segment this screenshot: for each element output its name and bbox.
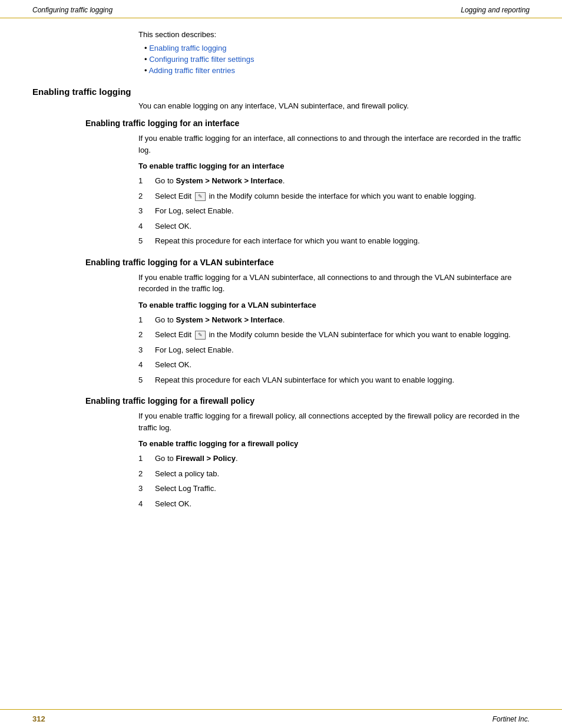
h2-title-vlan: Enabling traffic logging for a VLAN subi…: [85, 258, 530, 267]
step-num: 4: [138, 220, 155, 232]
step-body: Select OK.: [155, 498, 530, 510]
h2-body-interface: If you enable traffic logging for an int…: [138, 133, 530, 156]
step-3-firewall: 3 Select Log Traffic.: [138, 483, 530, 495]
procedure-title-vlan: To enable traffic logging for a VLAN sub…: [138, 301, 530, 309]
step-num: 3: [138, 205, 155, 217]
step-num: 4: [138, 359, 155, 371]
step-3-vlan: 3 For Log, select Enable.: [138, 344, 530, 356]
intro-description: This section describes:: [138, 30, 530, 39]
h1-title: Enabling traffic logging: [32, 87, 530, 97]
step-body: For Log, select Enable.: [155, 344, 530, 356]
step-num: 1: [138, 453, 155, 465]
step-body: Go to System > Network > Interface.: [155, 314, 530, 326]
step-5-vlan: 5 Repeat this procedure for each VLAN su…: [138, 374, 530, 386]
step-body: Repeat this procedure for each interface…: [155, 235, 530, 247]
link-configuring-traffic-filter[interactable]: Configuring traffic filter settings: [149, 55, 254, 64]
step-num: 5: [138, 374, 155, 386]
h2-body-firewall: If you enable traffic logging for a fire…: [138, 410, 530, 433]
step-body: Select Log Traffic.: [155, 483, 530, 495]
page: Configuring traffic logging Logging and …: [0, 0, 562, 728]
step-1-firewall: 1 Go to Firewall > Policy.: [138, 453, 530, 465]
step-num: 4: [138, 498, 155, 510]
steps-vlan: 1 Go to System > Network > Interface. 2 …: [138, 314, 530, 386]
step-body: Select OK.: [155, 359, 530, 371]
link-adding-traffic-filter[interactable]: Adding traffic filter entries: [148, 66, 234, 75]
edit-icon: ✎: [195, 331, 206, 340]
step-num: 1: [138, 175, 155, 187]
step-num: 5: [138, 235, 155, 247]
page-content: This section describes: Enabling traffic…: [0, 18, 562, 555]
step-2-interface: 2 Select Edit ✎ in the Modify column bes…: [138, 190, 530, 202]
header-right: Logging and reporting: [461, 6, 530, 14]
subsection-vlan: Enabling traffic logging for a VLAN subi…: [85, 258, 530, 386]
procedure-title-interface: To enable traffic logging for an interfa…: [138, 162, 530, 170]
step-5-interface: 5 Repeat this procedure for each interfa…: [138, 235, 530, 247]
h2-title-interface: Enabling traffic logging for an interfac…: [85, 118, 530, 128]
steps-interface: 1 Go to System > Network > Interface. 2 …: [138, 175, 530, 247]
step-body: Go to System > Network > Interface.: [155, 175, 530, 187]
h1-body: You can enable logging on any interface,…: [138, 101, 530, 110]
link-enabling-traffic-logging[interactable]: Enabling traffic logging: [149, 44, 226, 52]
footer-page-number: 312: [32, 714, 45, 723]
intro-link-3[interactable]: Adding traffic filter entries: [144, 66, 530, 75]
section-enabling-traffic-logging: Enabling traffic logging You can enable …: [32, 87, 530, 509]
procedure-title-firewall: To enable traffic logging for a firewall…: [138, 439, 530, 448]
step-body: For Log, select Enable.: [155, 205, 530, 217]
header-left: Configuring traffic logging: [32, 6, 113, 14]
edit-icon: ✎: [195, 192, 206, 201]
step-num: 1: [138, 314, 155, 326]
step-body: Select a policy tab.: [155, 468, 530, 480]
step-1-interface: 1 Go to System > Network > Interface.: [138, 175, 530, 187]
page-header: Configuring traffic logging Logging and …: [0, 0, 562, 18]
step-4-firewall: 4 Select OK.: [138, 498, 530, 510]
step-2-firewall: 2 Select a policy tab.: [138, 468, 530, 480]
step-num: 2: [138, 468, 155, 480]
step-4-vlan: 4 Select OK.: [138, 359, 530, 371]
step-3-interface: 3 For Log, select Enable.: [138, 205, 530, 217]
step-num: 2: [138, 190, 155, 202]
step-num: 3: [138, 344, 155, 356]
step-2-vlan: 2 Select Edit ✎ in the Modify column bes…: [138, 329, 530, 341]
step-body: Select OK.: [155, 220, 530, 232]
subsection-interface: Enabling traffic logging for an interfac…: [85, 118, 530, 247]
step-4-interface: 4 Select OK.: [138, 220, 530, 232]
step-num: 2: [138, 329, 155, 341]
intro-links: Enabling traffic logging Configuring tra…: [138, 44, 530, 75]
steps-firewall: 1 Go to Firewall > Policy. 2 Select a po…: [138, 453, 530, 509]
intro-link-2[interactable]: Configuring traffic filter settings: [144, 55, 530, 64]
step-num: 3: [138, 483, 155, 495]
step-body: Repeat this procedure for each VLAN subi…: [155, 374, 530, 386]
step-body: Select Edit ✎ in the Modify column besid…: [155, 190, 530, 202]
page-footer: 312 Fortinet Inc.: [0, 709, 562, 728]
footer-company: Fortinet Inc.: [492, 715, 530, 723]
h2-body-vlan: If you enable traffic logging for a VLAN…: [138, 272, 530, 295]
step-1-vlan: 1 Go to System > Network > Interface.: [138, 314, 530, 326]
step-body: Go to Firewall > Policy.: [155, 453, 530, 465]
h2-title-firewall: Enabling traffic logging for a firewall …: [85, 396, 530, 406]
intro-section: This section describes: Enabling traffic…: [138, 30, 530, 75]
intro-link-1[interactable]: Enabling traffic logging: [144, 44, 530, 52]
subsection-firewall: Enabling traffic logging for a firewall …: [85, 396, 530, 509]
step-body: Select Edit ✎ in the Modify column besid…: [155, 329, 530, 341]
